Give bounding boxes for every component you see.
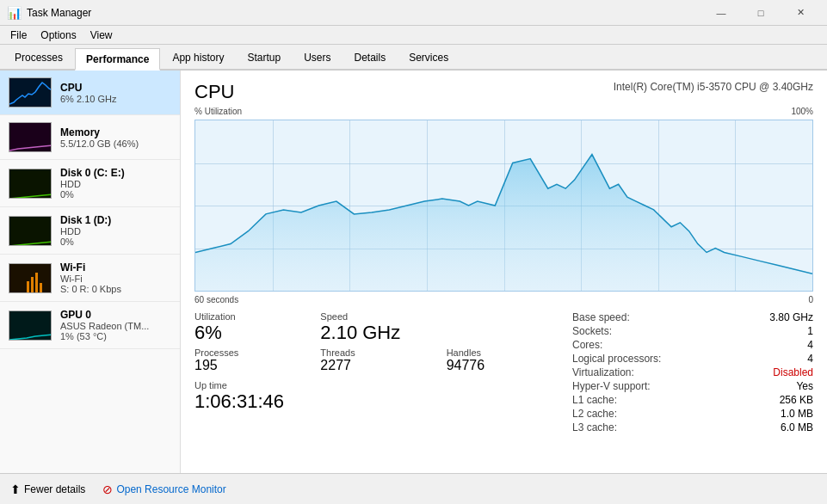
open-monitor-button[interactable]: ⊘ Open Resource Monitor bbox=[102, 482, 225, 496]
menu-view[interactable]: View bbox=[83, 28, 120, 43]
cpu-model: Intel(R) Core(TM) i5-3570 CPU @ 3.40GHz bbox=[614, 81, 813, 93]
chart-label-utilization: % Utilization bbox=[194, 107, 242, 116]
title-bar-text: Task Manager bbox=[27, 7, 701, 19]
sidebar-info-memory: Memory 5.5/12.0 GB (46%) bbox=[60, 126, 171, 149]
fewer-details-button[interactable]: ⬆ Fewer details bbox=[10, 482, 85, 496]
menu-file[interactable]: File bbox=[3, 28, 34, 43]
svg-rect-0 bbox=[27, 281, 29, 293]
chart-label-60sec: 60 seconds bbox=[194, 295, 238, 304]
tab-details[interactable]: Details bbox=[343, 46, 397, 69]
cpu-header: CPU Intel(R) Core(TM) i5-3570 CPU @ 3.40… bbox=[194, 81, 813, 103]
svg-rect-3 bbox=[40, 283, 42, 293]
spec-key: Base speed: bbox=[572, 311, 630, 323]
menu-bar: File Options View bbox=[0, 26, 827, 45]
tab-startup[interactable]: Startup bbox=[236, 46, 292, 69]
spec-value: 1.0 MB bbox=[781, 408, 813, 420]
spec-value: 3.80 GHz bbox=[769, 311, 813, 323]
sidebar-memory-sub: 5.5/12.0 GB (46%) bbox=[60, 138, 171, 149]
sidebar: CPU 6% 2.10 GHz Memory 5.5/12.0 GB (46%) bbox=[0, 71, 181, 473]
spec-key: Virtualization: bbox=[572, 366, 634, 378]
tab-users[interactable]: Users bbox=[293, 46, 342, 69]
spec-value: 4 bbox=[807, 353, 813, 365]
tab-services[interactable]: Services bbox=[398, 46, 460, 69]
stats-specs-row: Utilization 6% Speed 2.10 GHz Processes … bbox=[194, 311, 813, 435]
sidebar-item-gpu0[interactable]: GPU 0 ASUS Radeon (TM... 1% (53 °C) bbox=[0, 302, 180, 349]
sidebar-thumb-disk0 bbox=[9, 169, 52, 199]
stat-utilization: Utilization 6% bbox=[194, 311, 303, 344]
close-button[interactable]: ✕ bbox=[781, 0, 820, 26]
uptime-label: Up time bbox=[194, 380, 555, 390]
tab-processes[interactable]: Processes bbox=[3, 46, 74, 69]
title-bar: 📊 Task Manager — □ ✕ bbox=[0, 0, 827, 26]
tab-app-history[interactable]: App history bbox=[161, 46, 235, 69]
sidebar-info-disk1: Disk 1 (D:) HDD 0% bbox=[60, 214, 171, 247]
sidebar-cpu-sub: 6% 2.10 GHz bbox=[60, 94, 171, 104]
spec-value: Disabled bbox=[773, 366, 813, 378]
speed-value: 2.10 GHz bbox=[320, 322, 429, 344]
sidebar-thumb-gpu0 bbox=[9, 310, 52, 341]
stat-uptime: Up time 1:06:31:46 bbox=[194, 380, 555, 413]
stat-handles: Handles 94776 bbox=[447, 347, 555, 373]
sidebar-gpu0-sub1: ASUS Radeon (TM... bbox=[60, 321, 171, 331]
cpu-chart bbox=[194, 120, 813, 292]
handles-value: 94776 bbox=[447, 358, 555, 373]
sidebar-item-memory[interactable]: Memory 5.5/12.0 GB (46%) bbox=[0, 115, 180, 160]
speed-label: Speed bbox=[320, 311, 429, 322]
chart-label-bottom: 60 seconds 0 bbox=[194, 295, 813, 304]
stat-speed: Speed 2.10 GHz bbox=[320, 311, 429, 344]
fewer-details-label: Fewer details bbox=[24, 483, 85, 495]
app-icon: 📊 bbox=[7, 6, 22, 20]
minimize-button[interactable]: — bbox=[701, 0, 741, 26]
stat-threads: Threads 2277 bbox=[320, 347, 429, 373]
spec-row: L3 cache:6.0 MB bbox=[572, 421, 813, 433]
spec-row: Base speed:3.80 GHz bbox=[572, 311, 813, 323]
maximize-button[interactable]: □ bbox=[741, 0, 781, 26]
sidebar-thumb-wifi bbox=[9, 263, 52, 293]
spec-value: 6.0 MB bbox=[781, 421, 813, 433]
cpu-title: CPU bbox=[194, 81, 234, 103]
spec-key: Hyper-V support: bbox=[572, 380, 651, 392]
cpu-chart-svg bbox=[195, 120, 812, 291]
chevron-up-icon: ⬆ bbox=[10, 482, 21, 496]
spec-key: L2 cache: bbox=[572, 408, 617, 420]
sidebar-disk1-title: Disk 1 (D:) bbox=[60, 214, 171, 226]
util-label: Utilization bbox=[194, 311, 303, 322]
sidebar-memory-title: Memory bbox=[60, 126, 171, 138]
sidebar-disk0-title: Disk 0 (C: E:) bbox=[60, 167, 171, 179]
spec-row: Hyper-V support:Yes bbox=[572, 380, 813, 392]
svg-rect-2 bbox=[35, 273, 38, 293]
spec-value: 256 KB bbox=[780, 394, 813, 406]
handles-label: Handles bbox=[447, 347, 555, 358]
sidebar-disk1-sub2: 0% bbox=[60, 237, 171, 247]
spec-row: Logical processors:4 bbox=[572, 353, 813, 365]
sidebar-gpu0-title: GPU 0 bbox=[60, 309, 171, 321]
spec-key: Sockets: bbox=[572, 325, 612, 337]
sidebar-info-disk0: Disk 0 (C: E:) HDD 0% bbox=[60, 167, 171, 200]
sidebar-wifi-sub1: Wi-Fi bbox=[60, 274, 171, 284]
sidebar-item-wifi[interactable]: Wi-Fi Wi-Fi S: 0 R: 0 Kbps bbox=[0, 255, 180, 302]
tab-performance[interactable]: Performance bbox=[75, 48, 160, 71]
stats-left: Utilization 6% Speed 2.10 GHz Processes … bbox=[194, 311, 555, 435]
sidebar-gpu0-sub2: 1% (53 °C) bbox=[60, 331, 171, 341]
menu-options[interactable]: Options bbox=[34, 28, 83, 43]
svg-rect-1 bbox=[31, 277, 34, 293]
spec-row: Cores:4 bbox=[572, 339, 813, 351]
chart-label-100: 100% bbox=[791, 107, 813, 116]
spec-value: Yes bbox=[796, 380, 813, 392]
spec-value: 1 bbox=[807, 325, 813, 337]
threads-label: Threads bbox=[320, 347, 429, 358]
sidebar-item-cpu[interactable]: CPU 6% 2.10 GHz bbox=[0, 71, 180, 115]
sidebar-item-disk0[interactable]: Disk 0 (C: E:) HDD 0% bbox=[0, 160, 180, 207]
sidebar-item-disk1[interactable]: Disk 1 (D:) HDD 0% bbox=[0, 207, 180, 255]
sidebar-thumb-disk1 bbox=[9, 216, 52, 246]
sidebar-disk0-sub1: HDD bbox=[60, 179, 171, 189]
sidebar-thumb-cpu bbox=[9, 77, 52, 108]
spec-key: Cores: bbox=[572, 339, 602, 351]
content-panel: CPU Intel(R) Core(TM) i5-3570 CPU @ 3.40… bbox=[181, 71, 827, 473]
spec-row: Virtualization:Disabled bbox=[572, 366, 813, 378]
sidebar-wifi-title: Wi-Fi bbox=[60, 261, 171, 274]
stat-processes: Processes 195 bbox=[194, 347, 303, 373]
sidebar-disk1-sub1: HDD bbox=[60, 226, 171, 237]
spec-row: L2 cache:1.0 MB bbox=[572, 408, 813, 420]
sidebar-info-gpu0: GPU 0 ASUS Radeon (TM... 1% (53 °C) bbox=[60, 309, 171, 341]
